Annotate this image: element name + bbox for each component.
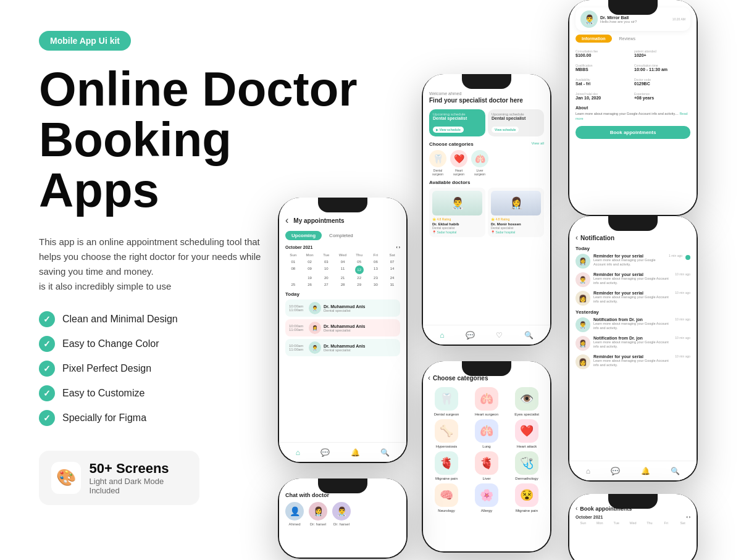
screens-count: 50+ Screens (90, 461, 187, 477)
screens-subtitle: Light and Dark Mode Included (90, 477, 187, 495)
phone-categories: ‹ Choose categories 🦷 Dental surgeon 🫁 H… (422, 361, 551, 553)
bell-notif-icon[interactable]: 🔔 (641, 467, 650, 475)
chat-nav-icon[interactable]: 💬 (466, 331, 475, 340)
phone-categories-screen: ‹ Choose categories 🦷 Dental surgeon 🫁 H… (423, 361, 550, 551)
home-nav-icon[interactable]: ⌂ (440, 331, 444, 340)
screens-card: 🎨 50+ Screens Light and Dark Mode Includ… (39, 451, 199, 505)
notif-item-6: 👩 Reminder for your serial Learn more ab… (576, 354, 690, 369)
notif-item-1: 👩‍⚕️ Reminder for your serial Learn more… (576, 254, 690, 269)
check-icon-2: ✓ (39, 336, 55, 352)
screens-icon: 🎨 (51, 462, 81, 494)
phone-specialist-screen: Welcome ahmed Find your specialist docto… (423, 74, 550, 345)
appt-card-1: 10:00am11:00am 👨‍⚕️ Dr. Muhammud Anis De… (285, 299, 400, 317)
search-notif-icon[interactable]: 🔍 (671, 467, 680, 475)
phone-book: ‹ Book appointments October 2021 ‹ › Sun… (568, 494, 698, 560)
description-text: This app is an online appointment schedu… (39, 235, 274, 294)
main-title: Online Doctor Booking Apps (39, 64, 409, 216)
appt-card-2: 10:00am11:00am 👩‍⚕️ Dr. Muhammud Anis De… (285, 319, 400, 336)
phone-book-screen: ‹ Book appointments October 2021 ‹ › Sun… (569, 494, 697, 560)
notification-bottom-nav: ⌂ 💬 🔔 🔍 (569, 461, 697, 480)
notif-item-3: 👩 Reminder for your serial Learn more ab… (576, 291, 690, 306)
phone-appointments: ‹ My appointments Upcoming Completed Oct… (278, 198, 408, 463)
check-icon-3: ✓ (39, 361, 55, 377)
chat-notif-icon[interactable]: 💬 (611, 467, 620, 475)
chat-icon[interactable]: 💬 (320, 448, 330, 457)
phone-notification-screen: ‹ Notification Today 👩‍⚕️ Reminder for y… (569, 216, 697, 480)
phone-chat: Chat with doctor 👤 Ahmed 👩‍⚕️ Dr: harsel… (278, 479, 408, 559)
bell-icon[interactable]: 🔔 (351, 448, 360, 457)
phone-profile: 👨‍⚕️ Dr. Mirror Ball Hello.how are you s… (568, 0, 698, 216)
phone-profile-screen: 👨‍⚕️ Dr. Mirror Ball Hello.how are you s… (569, 0, 697, 215)
check-icon-1: ✓ (39, 311, 55, 327)
badge-label: Mobile App Ui kit (39, 31, 131, 51)
notif-item-2: 👨‍⚕️ Reminder for your serial Learn more… (576, 272, 690, 287)
notif-item-5: 👩‍⚕️ Notification from Dr. jon Learn mor… (576, 336, 690, 351)
check-icon-4: ✓ (39, 385, 55, 401)
home-icon[interactable]: ⌂ (296, 448, 300, 457)
appointments-bottom-nav: ⌂ 💬 🔔 🔍 (279, 442, 406, 462)
home-notif-icon[interactable]: ⌂ (586, 467, 590, 475)
search-icon[interactable]: 🔍 (380, 448, 390, 457)
phone-specialist: Welcome ahmed Find your specialist docto… (422, 74, 551, 346)
phone-appointments-screen: ‹ My appointments Upcoming Completed Oct… (279, 198, 406, 462)
specialist-bottom-nav: ⌂ 💬 ♡ 🔍 (423, 325, 550, 345)
check-icon-5: ✓ (39, 410, 55, 426)
book-appointments-button[interactable]: Book appointments (576, 126, 690, 139)
notif-item-4: 👨‍⚕️ Notification from Dr. jon Learn mor… (576, 317, 690, 332)
search-nav-icon[interactable]: 🔍 (524, 331, 534, 340)
appt-card-3: 10:00am11:00am 👨‍⚕️ Dr. Muhammud Anis De… (285, 339, 400, 356)
heart-nav-icon[interactable]: ♡ (496, 331, 503, 340)
phone-notification: ‹ Notification Today 👩‍⚕️ Reminder for y… (568, 216, 698, 482)
phone-chat-screen: Chat with doctor 👤 Ahmed 👩‍⚕️ Dr: harsel… (279, 479, 406, 558)
